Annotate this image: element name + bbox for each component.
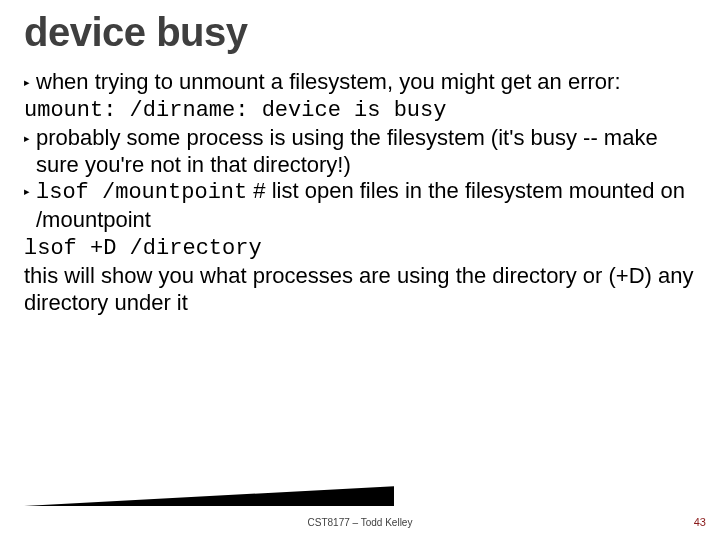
bullet-text: probably some process is using the files… — [36, 125, 696, 179]
bullet-item: umount: /dirname: device is busy — [24, 96, 696, 125]
bullet-marker-icon: ▸ — [24, 178, 36, 205]
slide-body: ▸ when trying to unmount a filesystem, y… — [24, 69, 696, 317]
code-text: lsof +D /directory — [24, 236, 262, 261]
bullet-text: lsof /mountpoint # list open files in th… — [36, 178, 696, 234]
code-text: lsof /mountpoint — [36, 180, 247, 205]
page-number: 43 — [694, 516, 706, 528]
bullet-text: this will show you what processes are us… — [24, 263, 693, 315]
bullet-item: ▸ when trying to unmount a filesystem, y… — [24, 69, 696, 96]
bullet-item: ▸ lsof /mountpoint # list open files in … — [24, 178, 696, 234]
code-text: umount: /dirname: device is busy — [24, 98, 446, 123]
decorative-triangle — [24, 466, 404, 506]
bullet-item: lsof +D /directory — [24, 234, 696, 263]
slide-title: device busy — [24, 10, 696, 55]
bullet-marker-icon: ▸ — [24, 69, 36, 96]
bullet-text: when trying to unmount a filesystem, you… — [36, 69, 696, 96]
bullet-marker-icon: ▸ — [24, 125, 36, 152]
bullet-item: this will show you what processes are us… — [24, 263, 696, 317]
slide: device busy ▸ when trying to unmount a f… — [0, 0, 720, 540]
footer-text: CST8177 – Todd Kelley — [0, 517, 720, 528]
bullet-item: ▸ probably some process is using the fil… — [24, 125, 696, 179]
